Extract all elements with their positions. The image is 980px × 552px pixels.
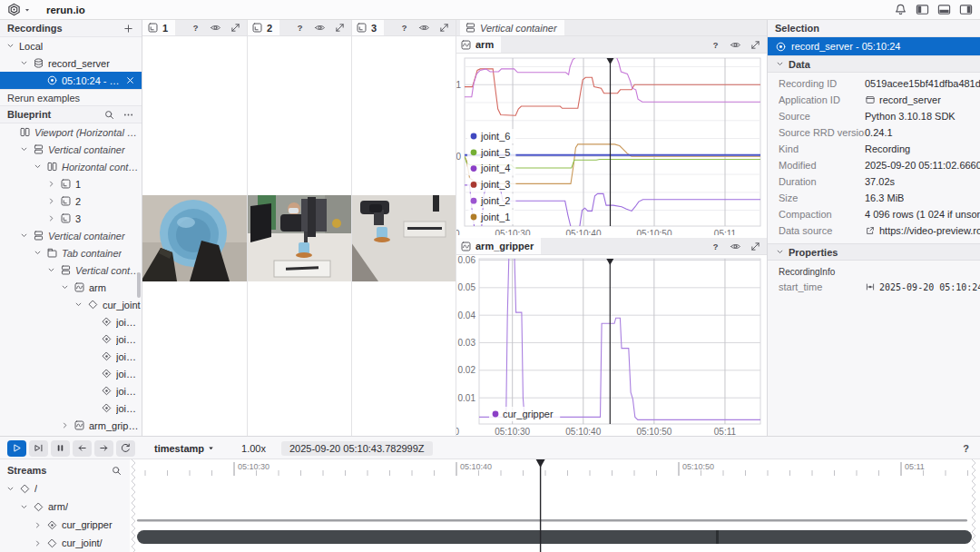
- current-time-display[interactable]: 2025-09-20 05:10:43.782999Z: [281, 441, 433, 456]
- tree-item-3[interactable]: 3: [0, 210, 142, 227]
- tree-item-arm[interactable]: arm/: [0, 498, 130, 516]
- eye-icon[interactable]: [314, 22, 326, 34]
- expand-icon: [334, 22, 346, 34]
- svg-text:?: ?: [298, 24, 303, 33]
- expand-icon[interactable]: [230, 22, 241, 34]
- scrollbar-thumb[interactable]: [137, 272, 141, 298]
- tree-item-arm-gripper[interactable]: arm_gripper: [0, 417, 142, 434]
- data-row-source[interactable]: Source Python 3.10.18 SDK: [768, 108, 980, 124]
- tree-item-05-10-24-1[interactable]: 05:10:24 - 1…: [0, 72, 142, 89]
- data-row-recording-id[interactable]: Recording ID 0519acee15bf41dfba481d7cc: [768, 75, 980, 92]
- data-row-start-time[interactable]: start_time 2025-09-20 05:10:24.849173Z: [768, 279, 980, 295]
- streams-tree: / arm/ cur_gripper cur_joint/: [0, 479, 130, 552]
- data-section-header[interactable]: Data: [768, 55, 980, 73]
- arrow-left-button[interactable]: [73, 440, 92, 457]
- tree-item-vertical-container[interactable]: Vertical container: [0, 141, 142, 158]
- tree-item-vertical-container[interactable]: Vertical container: [0, 261, 142, 279]
- plus-icon[interactable]: [122, 23, 134, 34]
- camera-view-3-image[interactable]: [351, 195, 456, 281]
- properties-section-header[interactable]: Properties: [768, 243, 980, 261]
- data-row-modified[interactable]: Modified 2025-09-20 05:11:02.666014: [768, 157, 980, 173]
- selected-recording-row[interactable]: record_server - 05:10:24: [768, 37, 980, 55]
- eye-icon[interactable]: [418, 22, 430, 34]
- help-icon[interactable]: ?: [710, 241, 721, 252]
- view-tab-2[interactable]: 2: [247, 20, 279, 35]
- search-icon[interactable]: [111, 465, 122, 477]
- panel-bottom-icon[interactable]: [937, 3, 951, 16]
- tree-item-tab-container[interactable]: Tab container: [0, 244, 142, 261]
- timeline[interactable]: 05:10:3005:10:4005:10:5005:11: [130, 459, 980, 552]
- gripper-view-title[interactable]: arm_gripper: [456, 238, 541, 254]
- follow-icon: [33, 442, 44, 454]
- arm-view-title[interactable]: arm: [456, 36, 501, 53]
- camera-view-1-image[interactable]: [142, 195, 247, 281]
- tree-item-item[interactable]: /: [0, 479, 130, 498]
- tree-item-cur-gripper[interactable]: cur_gripper: [0, 516, 130, 534]
- rerun-logo-icon[interactable]: [7, 3, 31, 16]
- data-row-size[interactable]: Size 16.3 MiB: [768, 190, 980, 206]
- close-icon[interactable]: [124, 74, 136, 86]
- rerun-examples-section[interactable]: Rerun examples: [0, 89, 142, 106]
- data-row-kind[interactable]: Kind Recording: [768, 141, 980, 157]
- vcontainer-icon: [465, 22, 476, 34]
- timeline-selector-dropdown[interactable]: timestamp: [154, 443, 215, 454]
- tree-item-arm[interactable]: arm: [0, 279, 142, 296]
- data-row-compaction[interactable]: Compaction 4 096 rows (1 024 if unsorted…: [768, 206, 980, 222]
- arm-timeseries-plot[interactable]: 1005:10:2005:10:3005:10:4005:10:5005:11j…: [456, 54, 767, 235]
- dots-icon[interactable]: [122, 109, 134, 121]
- tree-item-1[interactable]: 1: [0, 175, 142, 192]
- pause-button[interactable]: [51, 440, 70, 457]
- tree-item-record-server[interactable]: record_server: [0, 54, 142, 72]
- tree-item-cur-joint[interactable]: cur_joint/: [0, 534, 130, 552]
- tree-item-2[interactable]: 2: [0, 192, 142, 210]
- help-icon[interactable]: ?: [710, 39, 721, 51]
- bell-icon[interactable]: [894, 3, 907, 16]
- data-row-source-rrd-version[interactable]: Source RRD version 0.24.1: [768, 124, 980, 141]
- play-button[interactable]: [7, 440, 26, 457]
- eye-icon[interactable]: [730, 39, 741, 51]
- expand-icon[interactable]: [334, 22, 346, 34]
- follow-button[interactable]: [29, 440, 48, 457]
- tree-item-joint-2[interactable]: joint_2: [0, 330, 142, 348]
- tree-item-viewport-horizontal-cont[interactable]: Viewport (Horizontal cont…: [0, 123, 142, 141]
- help-icon[interactable]: ?: [190, 22, 201, 34]
- tree-item-vertical-container[interactable]: Vertical container: [0, 227, 142, 244]
- expand-icon[interactable]: [750, 39, 761, 51]
- tree-item-joint-1[interactable]: joint_1: [0, 313, 142, 330]
- tree-item-horizontal-container[interactable]: Horizontal container: [0, 158, 142, 175]
- help-icon[interactable]: ?: [294, 22, 306, 34]
- camera-view-2-image[interactable]: [247, 195, 351, 281]
- panel-left-icon[interactable]: [916, 3, 929, 16]
- svg-text:joint_6: joint_6: [480, 131, 510, 142]
- expand-icon[interactable]: [438, 22, 450, 34]
- arrow-right-button[interactable]: [94, 440, 113, 457]
- data-row-duration[interactable]: Duration 37.02s: [768, 173, 980, 190]
- eye-icon[interactable]: [730, 241, 741, 252]
- tree-item-joint-6[interactable]: joint_6: [0, 399, 142, 417]
- search-icon[interactable]: [103, 109, 115, 121]
- loop-button[interactable]: [116, 440, 135, 457]
- tree-item-cur-joint[interactable]: cur_joint: [0, 296, 142, 313]
- tree-item-joint-5[interactable]: joint_5: [0, 382, 142, 399]
- svg-text:05:10:50: 05:10:50: [636, 427, 671, 436]
- tab-vertical-container[interactable]: Vertical container: [460, 20, 564, 35]
- help-icon[interactable]: ?: [398, 22, 410, 34]
- eye-icon[interactable]: [210, 22, 221, 34]
- data-row-application-id[interactable]: Application ID record_server: [768, 92, 980, 108]
- expand-icon[interactable]: [750, 241, 761, 252]
- svg-text:?: ?: [713, 40, 719, 49]
- tree-item-joint-3[interactable]: joint_3: [0, 348, 142, 365]
- time-panel-help-button[interactable]: ?: [963, 443, 973, 454]
- data-row-data-source[interactable]: Data source https://video-preview.robo: [768, 222, 980, 239]
- panel-right-icon[interactable]: [959, 3, 973, 16]
- tree-item-joint-4[interactable]: joint_4: [0, 365, 142, 382]
- view-tab-3[interactable]: 3: [351, 20, 384, 35]
- app-icon: [865, 94, 876, 105]
- tree-item-local[interactable]: Local: [0, 37, 142, 54]
- entity-icon: [33, 501, 44, 513]
- eye-icon: [730, 241, 741, 252]
- svg-text:0.06: 0.06: [458, 255, 476, 265]
- playback-speed[interactable]: 1.00x: [241, 443, 266, 454]
- view-tab-1[interactable]: 1: [142, 20, 175, 35]
- gripper-timeseries-plot[interactable]: 0.060.050.040.030.020.0105:10:2005:10:30…: [456, 255, 767, 436]
